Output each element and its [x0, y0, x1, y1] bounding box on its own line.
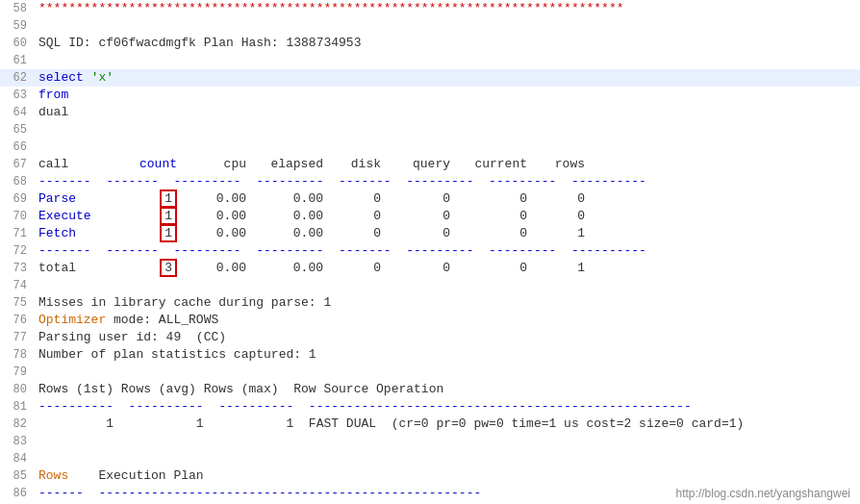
line-content-85: Rows Execution Plan — [35, 467, 860, 485]
line-num-63: 63 — [0, 87, 35, 104]
line-content-77: Parsing user id: 49 (CC) — [35, 329, 860, 346]
line-num-73: 73 — [0, 260, 35, 277]
code-editor: 58 *************************************… — [0, 0, 860, 504]
line-num-60: 60 — [0, 35, 35, 52]
line-content-81: ---------- ---------- ---------- -------… — [35, 398, 860, 416]
line-num-75: 75 — [0, 294, 35, 312]
line-content-70: Execute10.000.000000 — [35, 208, 860, 225]
line-71: 71 Fetch10.000.000001 — [0, 225, 860, 242]
line-72: 72 ------- ------- --------- --------- -… — [0, 242, 860, 260]
line-num-62: 62 — [0, 69, 35, 87]
line-content-80: Rows (1st) Rows (avg) Rows (max) Row Sou… — [35, 381, 860, 398]
line-68: 68 ------- ------- --------- --------- -… — [0, 173, 860, 190]
line-85: 85 Rows Execution Plan — [0, 467, 860, 485]
line-content-68: ------- ------- --------- --------- ----… — [35, 173, 860, 190]
line-num-59: 59 — [0, 17, 35, 35]
line-60: 60 SQL ID: cf06fwacdmgfk Plan Hash: 1388… — [0, 35, 860, 52]
line-61: 61 — [0, 52, 860, 69]
line-59: 59 — [0, 17, 860, 35]
line-79: 79 — [0, 364, 860, 381]
line-num-69: 69 — [0, 190, 35, 208]
line-80: 80 Rows (1st) Rows (avg) Rows (max) Row … — [0, 381, 860, 398]
line-num-70: 70 — [0, 208, 35, 225]
line-num-77: 77 — [0, 329, 35, 346]
line-num-78: 78 — [0, 346, 35, 364]
line-num-74: 74 — [0, 277, 35, 294]
line-64: 64 dual — [0, 104, 860, 121]
line-num-72: 72 — [0, 242, 35, 260]
line-78: 78 Number of plan statistics captured: 1 — [0, 346, 860, 364]
line-67: 67 callcountcpuelapseddiskquerycurrentro… — [0, 156, 860, 173]
line-num-76: 76 — [0, 312, 35, 329]
line-num-61: 61 — [0, 52, 35, 69]
line-74: 74 — [0, 277, 860, 294]
line-83: 83 — [0, 433, 860, 450]
line-content-67: callcountcpuelapseddiskquerycurrentrows — [35, 156, 860, 173]
line-81: 81 ---------- ---------- ---------- ----… — [0, 398, 860, 416]
line-75: 75 Misses in library cache during parse:… — [0, 294, 860, 312]
line-65: 65 — [0, 121, 860, 139]
line-content-69: Parse10.000.000000 — [35, 190, 860, 208]
line-num-81: 81 — [0, 398, 35, 416]
line-content-75: Misses in library cache during parse: 1 — [35, 294, 860, 312]
line-num-65: 65 — [0, 121, 35, 139]
line-num-68: 68 — [0, 173, 35, 190]
line-num-66: 66 — [0, 139, 35, 156]
line-77: 77 Parsing user id: 49 (CC) — [0, 329, 860, 346]
line-num-86: 86 — [0, 485, 35, 502]
line-content-58: ****************************************… — [35, 0, 860, 17]
line-66: 66 — [0, 139, 860, 156]
line-76: 76 Optimizer mode: ALL_ROWS — [0, 312, 860, 329]
line-84: 84 — [0, 450, 860, 467]
line-content-63: from — [35, 87, 860, 104]
line-num-80: 80 — [0, 381, 35, 398]
line-num-71: 71 — [0, 225, 35, 242]
line-content-82: 1 1 1 FAST DUAL (cr=0 pr=0 pw=0 time=1 u… — [35, 416, 860, 433]
line-content-60: SQL ID: cf06fwacdmgfk Plan Hash: 1388734… — [35, 35, 860, 52]
line-content-78: Number of plan statistics captured: 1 — [35, 346, 860, 364]
line-70: 70 Execute10.000.000000 — [0, 208, 860, 225]
line-num-84: 84 — [0, 450, 35, 467]
line-82: 82 1 1 1 FAST DUAL (cr=0 pr=0 pw=0 time=… — [0, 416, 860, 433]
line-num-83: 83 — [0, 433, 35, 450]
line-content-72: ------- ------- --------- --------- ----… — [35, 242, 860, 260]
line-63: 63 from — [0, 87, 860, 104]
line-content-73: total30.000.000001 — [35, 260, 860, 277]
line-content-62: select 'x' — [35, 69, 860, 87]
line-num-82: 82 — [0, 416, 35, 433]
line-content-64: dual — [35, 104, 860, 121]
line-num-85: 85 — [0, 467, 35, 485]
line-73: 73 total30.000.000001 — [0, 260, 860, 277]
line-content-71: Fetch10.000.000001 — [35, 225, 860, 242]
line-62: 62 select 'x' — [0, 69, 860, 87]
line-num-58: 58 — [0, 0, 35, 17]
line-58: 58 *************************************… — [0, 0, 860, 17]
line-69: 69 Parse10.000.000000 — [0, 190, 860, 208]
line-num-79: 79 — [0, 364, 35, 381]
line-content-76: Optimizer mode: ALL_ROWS — [35, 312, 860, 329]
watermark: http://blog.csdn.net/yangshangwei — [676, 487, 850, 500]
line-num-64: 64 — [0, 104, 35, 121]
line-num-67: 67 — [0, 156, 35, 173]
